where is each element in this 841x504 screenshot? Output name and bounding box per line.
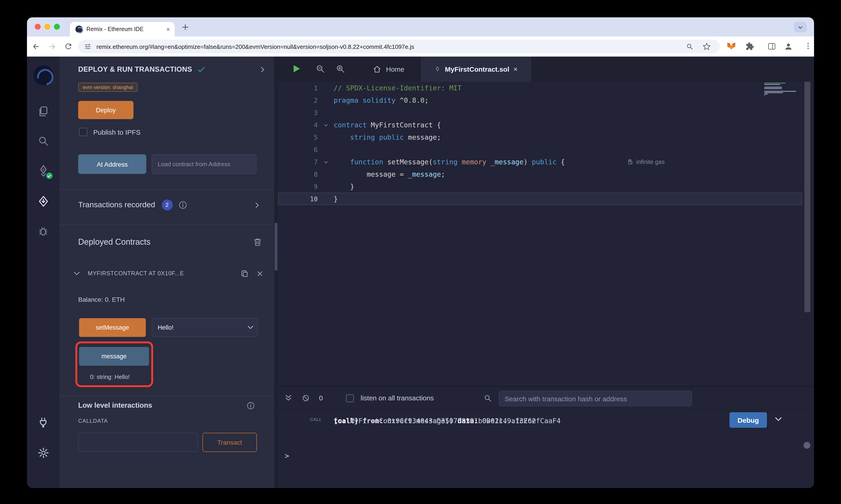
browser-tab[interactable]: Remix - Ethereum IDE × (70, 22, 175, 37)
minimap[interactable] (764, 83, 801, 96)
calldata-label: CALLDATA (78, 418, 108, 424)
clear-console-icon[interactable] (302, 394, 310, 402)
fold-chevron-icon[interactable] (320, 159, 332, 165)
remove-contract-icon[interactable] (256, 270, 263, 277)
search-icon[interactable] (27, 135, 59, 146)
expand-log-chevron-icon[interactable] (774, 415, 783, 423)
code-editor[interactable]: 1// SPDX-License-Identifier: MIT2pragma … (278, 82, 814, 386)
terminal-search-icon (484, 394, 492, 402)
terminal-toolbar: 0 listen on all transactions (278, 387, 814, 410)
transact-button[interactable]: Transact (203, 433, 257, 452)
address-bar[interactable]: remix.ethereum.org/#lang=en&optimize=fal… (78, 40, 720, 53)
low-level-header: Low level interactions (78, 398, 255, 412)
publish-ipfs-checkbox[interactable] (79, 128, 87, 136)
debug-button[interactable]: Debug (730, 412, 767, 428)
remix-app: DEPLOY & RUN TRANSACTIONS evm version: s… (27, 57, 814, 488)
zoom-out-icon[interactable] (315, 64, 325, 73)
listen-transactions-checkbox[interactable] (346, 394, 354, 402)
zoom-page-icon[interactable] (686, 43, 694, 51)
panel-scrollbar[interactable] (274, 57, 278, 488)
zoom-in-icon[interactable] (336, 64, 345, 73)
code-line-9[interactable]: 9 } (278, 180, 802, 193)
file-explorer-icon[interactable] (27, 106, 59, 117)
collapse-terminal-icon[interactable] (284, 394, 293, 402)
solidity-compiler-icon[interactable] (27, 165, 59, 177)
transactions-recorded-label: Transactions recorded (78, 200, 155, 210)
setmessage-button[interactable]: setMessage (79, 318, 146, 337)
tab-myfirstcontract-sol[interactable]: MyFirstContract.sol × (421, 57, 531, 82)
code-line-6[interactable]: 6 (278, 143, 802, 156)
profile-avatar-icon[interactable] (784, 42, 793, 51)
deployed-contracts-title: Deployed Contracts (78, 237, 150, 247)
evm-version-badge: evm version: shanghai (78, 83, 138, 92)
close-window-button[interactable] (35, 24, 41, 30)
code-line-8[interactable]: 8 message = _message; (278, 168, 802, 180)
transactions-expand-chevron-icon[interactable] (254, 201, 260, 209)
fullscreen-window-button[interactable] (54, 24, 60, 30)
minimize-window-button[interactable] (44, 24, 50, 30)
at-address-button[interactable]: At Address (78, 154, 146, 174)
panel-scrollbar-thumb[interactable] (275, 223, 277, 271)
settings-gear-icon[interactable] (27, 447, 59, 459)
browser-menu-dots-icon[interactable] (804, 42, 812, 50)
deploy-button[interactable]: Deploy (78, 101, 134, 119)
new-tab-button[interactable] (182, 23, 189, 31)
bookmark-star-icon[interactable] (703, 42, 711, 51)
code-line-10[interactable]: 10} (278, 193, 802, 205)
metamask-extension-icon[interactable] (726, 41, 736, 52)
scroll-indicator-dot[interactable] (804, 442, 810, 449)
low-level-title: Low level interactions (78, 401, 152, 410)
clear-deployed-trash-icon[interactable] (253, 237, 262, 247)
reload-button[interactable] (64, 42, 73, 51)
close-file-tab-icon[interactable]: × (514, 66, 518, 73)
code-line-2[interactable]: 2pragma solidity ^0.8.0; (278, 94, 802, 106)
tab-home[interactable]: Home (357, 57, 421, 82)
setmessage-expand-chevron-icon[interactable] (247, 324, 254, 331)
setmessage-input[interactable] (152, 318, 258, 337)
gas-estimate-annotation: infinite gas (628, 156, 665, 168)
editor-scrollbar-thumb[interactable] (804, 82, 810, 312)
tab-close-icon[interactable]: × (166, 26, 170, 32)
side-panel-icon[interactable] (768, 42, 776, 51)
message-button[interactable]: message (79, 347, 149, 366)
plugin-manager-icon[interactable] (27, 417, 59, 428)
transactions-recorded-row: Transactions recorded 2 (78, 198, 260, 212)
contract-expand-chevron-icon[interactable] (73, 270, 81, 277)
solidity-file-icon (434, 66, 441, 72)
divider (59, 190, 274, 190)
terminal-prompt[interactable]: > (285, 451, 289, 460)
code-line-7[interactable]: 7 function setMessage(string memory _mes… (278, 156, 802, 168)
calldata-input[interactable] (78, 433, 198, 452)
success-check-icon (198, 66, 205, 73)
remix-logo[interactable] (27, 65, 59, 85)
panel-collapse-chevron-icon[interactable] (259, 66, 266, 73)
code-line-5[interactable]: 5 string public message; (278, 131, 802, 143)
file-tab-label: MyFirstContract.sol (445, 65, 510, 73)
deploy-run-icon[interactable] (27, 195, 59, 207)
home-tab-label: Home (386, 65, 404, 73)
contract-header-label: MYFIRSTCONTRACT AT 0X10F...E (88, 270, 233, 277)
extensions-puzzle-icon[interactable] (745, 42, 754, 51)
pending-transactions-count: 0 (319, 394, 323, 402)
copy-address-icon[interactable] (240, 269, 249, 278)
code-line-1[interactable]: 1// SPDX-License-Identifier: MIT (278, 82, 802, 94)
back-button[interactable] (32, 42, 41, 51)
forward-button[interactable] (48, 42, 57, 51)
run-script-play-icon[interactable] (292, 64, 301, 73)
site-settings-icon[interactable] (84, 43, 91, 50)
code-line-3[interactable]: 3 (278, 106, 802, 119)
at-address-input[interactable] (152, 154, 256, 174)
fold-chevron-icon[interactable] (320, 122, 332, 128)
browser-tabstrip: Remix - Ethereum IDE × (27, 17, 814, 37)
deployed-contract-item[interactable]: MYFIRSTCONTRACT AT 0X10F...E (73, 266, 263, 281)
info-icon[interactable] (178, 200, 187, 210)
terminal-search-input[interactable] (499, 391, 692, 406)
browser-toolbar: remix.ethereum.org/#lang=en&optimize=fal… (27, 37, 814, 57)
message-result: 0: string: Hello! (90, 374, 130, 380)
call-type-badge: CALL (310, 417, 322, 422)
low-level-info-icon[interactable] (246, 401, 255, 410)
code-line-4[interactable]: 4contract MyFirstContract { (278, 119, 802, 131)
panel-header: DEPLOY & RUN TRANSACTIONS (78, 62, 266, 76)
tab-search-button[interactable] (794, 22, 807, 32)
debugger-icon[interactable] (27, 226, 59, 237)
